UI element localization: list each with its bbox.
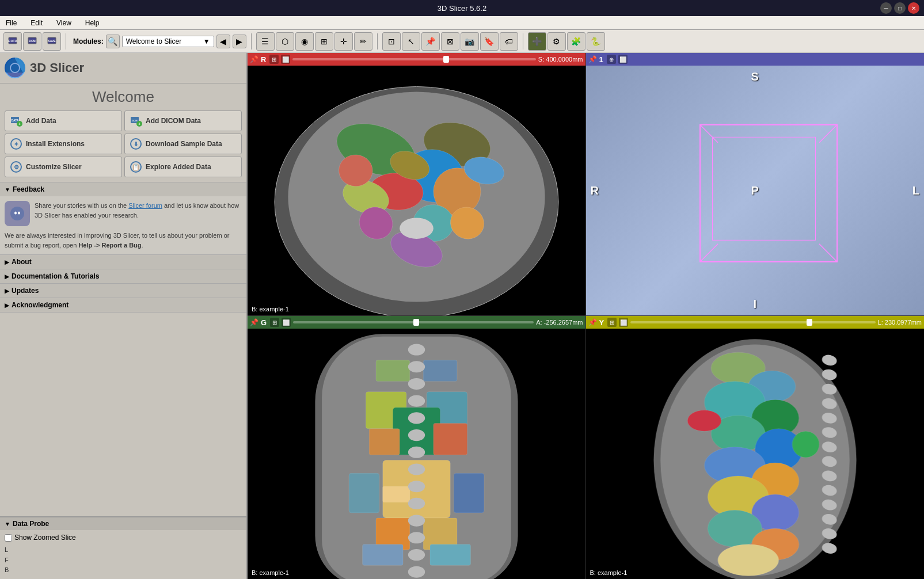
sagittal-slider[interactable]	[630, 321, 875, 323]
axial-pin-icon[interactable]: 📌	[250, 55, 258, 63]
main-layout: 3D Slicer Welcome DATA+ Add Data DCM+ Ad…	[0, 53, 924, 579]
axial-view-bar: 📌 R ⊞ ⬜ S: 400.0000mm	[248, 53, 585, 66]
add-dicom-button[interactable]: DCM+ Add DICOM Data	[124, 111, 242, 131]
menu-help[interactable]: Help	[82, 18, 103, 28]
customize-slicer-button[interactable]: ⚙ Customize Slicer	[5, 157, 122, 177]
3d-view: 📌 1 ⊕ ⬜ S I R L P	[586, 53, 925, 316]
cursor-button[interactable]: ↖	[402, 32, 420, 51]
show-zoomed-label[interactable]: Show Zoomed Slice	[14, 534, 76, 542]
toolbar-extra-group: ➕ ⚙ 🧩 🐍	[528, 32, 605, 51]
layout-grid-button[interactable]: ⊞	[315, 32, 333, 51]
axial-slider[interactable]	[292, 58, 535, 60]
add-dicom-icon: DCM+	[130, 115, 142, 127]
svg-text:+: +	[18, 121, 21, 127]
3d-content: S I R L P	[586, 66, 925, 315]
docs-title: Documentation & Tutorials	[12, 272, 99, 280]
feedback-header[interactable]: ▼ Feedback	[0, 182, 246, 196]
mesh-button[interactable]: ⊠	[441, 32, 459, 51]
extension-button[interactable]: 🧩	[567, 32, 585, 51]
3d-pin-icon[interactable]: 📌	[588, 55, 597, 63]
docs-header[interactable]: ▶ Documentation & Tutorials	[0, 269, 246, 283]
module-back-button[interactable]: ◀	[216, 35, 230, 48]
edit-button[interactable]: ✏	[354, 32, 372, 51]
module-search-button[interactable]: 🔍	[106, 35, 120, 48]
svg-line-29	[701, 244, 718, 261]
download-sample-button[interactable]: ⬇ Download Sample Data	[124, 134, 242, 154]
install-ext-icon: ✦	[10, 138, 22, 150]
svg-text:DATA: DATA	[8, 39, 17, 43]
slicer-forum-link[interactable]: Slicer forum	[128, 202, 162, 209]
feedback-section: ▼ Feedback Share your stories with us on…	[0, 182, 246, 255]
data-probe: ▼ Data Probe Show Zoomed Slice L F B	[0, 516, 246, 579]
crosshair-button[interactable]: ✛	[334, 32, 353, 51]
axial-icon-2[interactable]: ⬜	[281, 55, 290, 64]
layout-sphere-button[interactable]: ◉	[295, 32, 314, 51]
axial-canvas	[248, 66, 585, 316]
modules-label: Modules:	[73, 37, 104, 45]
menubar: File Edit View Help	[0, 16, 924, 30]
coronal-view: 📌 G ⊞ ⬜ A: -256.2657mm B: example-1	[248, 316, 586, 579]
data-button[interactable]: DATA	[3, 32, 22, 51]
svg-text:DCM: DCM	[132, 119, 138, 122]
install-ext-button[interactable]: ✦ Install Extensions	[5, 134, 122, 154]
sagittal-icon-2[interactable]: ⬜	[619, 318, 628, 327]
sagittal-icon-1[interactable]: ⊞	[607, 318, 617, 327]
settings-button[interactable]: ⚙	[547, 32, 566, 51]
scene-button[interactable]: 🔖	[480, 32, 499, 51]
svg-line-30	[819, 244, 836, 261]
coronal-label: B: example-1	[250, 569, 291, 577]
close-button[interactable]: ✕	[908, 2, 919, 14]
add-data-label: Add Data	[26, 117, 56, 125]
layout-cube-button[interactable]: ⬡	[276, 32, 294, 51]
explore-data-button[interactable]: 📋 Explore Added Data	[124, 157, 242, 177]
titlebar-controls: ─ □ ✕	[880, 2, 919, 14]
layout-list-button[interactable]: ☰	[256, 32, 275, 51]
3d-icon-box[interactable]: ⬜	[618, 55, 628, 64]
maximize-button[interactable]: □	[894, 2, 906, 14]
pin-button[interactable]: 📌	[421, 32, 440, 51]
coronal-icon-1[interactable]: ⊞	[270, 318, 279, 327]
coronal-canvas	[248, 329, 585, 579]
sagittal-letter: Y	[599, 318, 604, 327]
data-probe-header[interactable]: ▼ Data Probe	[0, 517, 246, 530]
add-data-button[interactable]: DATA+ Add Data	[5, 111, 122, 131]
about-header[interactable]: ▶ About	[0, 255, 246, 269]
dicom-button[interactable]: DCM	[23, 32, 41, 51]
menu-view[interactable]: View	[53, 18, 75, 28]
add-dicom-label: Add DICOM Data	[146, 117, 201, 125]
save-button[interactable]: SAVE	[43, 32, 61, 51]
sagittal-value: L: 230.0977mm	[878, 319, 922, 326]
svg-line-28	[819, 125, 836, 143]
download-sample-icon: ⬇	[130, 138, 142, 150]
coronal-icon-2[interactable]: ⬜	[282, 318, 291, 327]
coronal-letter: G	[261, 318, 267, 327]
feedback-note: We are always interested in improving 3D…	[5, 231, 242, 250]
updates-header[interactable]: ▶ Updates	[0, 284, 246, 298]
show-zoomed-checkbox[interactable]	[5, 534, 12, 542]
ack-title: Acknowledgment	[12, 301, 69, 309]
layout-select-button[interactable]: ⊡	[382, 32, 401, 51]
add-button[interactable]: ➕	[528, 32, 546, 51]
3d-label-r: R	[591, 184, 599, 197]
menu-edit[interactable]: Edit	[27, 18, 46, 28]
3d-number: 1	[599, 55, 603, 64]
sagittal-pin-icon[interactable]: 📌	[588, 318, 597, 326]
3d-icon-crosshair[interactable]: ⊕	[607, 55, 616, 64]
coronal-slider[interactable]	[293, 321, 534, 323]
snapshot-button[interactable]: 📷	[461, 32, 479, 51]
titlebar: 3D Slicer 5.6.2 ─ □ ✕	[0, 0, 924, 16]
axial-icon-1[interactable]: ⊞	[269, 55, 279, 64]
toolbar: DATA DCM SAVE Modules: 🔍 Welcome to Slic…	[0, 30, 924, 53]
module-forward-button[interactable]: ▶	[233, 35, 246, 48]
axial-label: B: example-1	[250, 305, 291, 313]
svg-text:⬇: ⬇	[134, 141, 138, 147]
acknowledgment-header[interactable]: ▶ Acknowledgment	[0, 298, 246, 312]
clip-button[interactable]: 🏷	[500, 32, 518, 51]
coronal-pin-icon[interactable]: 📌	[250, 318, 258, 326]
menu-file[interactable]: File	[2, 18, 20, 28]
python-button[interactable]: 🐍	[587, 32, 605, 51]
module-dropdown[interactable]: Welcome to Slicer ▼	[122, 36, 214, 47]
left-panel: 3D Slicer Welcome DATA+ Add Data DCM+ Ad…	[0, 53, 248, 579]
sagittal-canvas	[586, 329, 925, 579]
minimize-button[interactable]: ─	[880, 2, 892, 14]
